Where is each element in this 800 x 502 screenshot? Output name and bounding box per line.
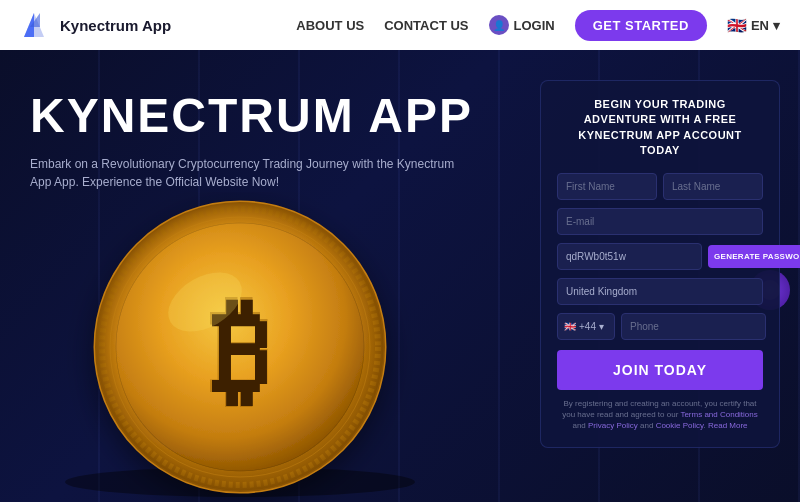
email-row [557,208,763,235]
logo[interactable]: Kynectrum App [20,9,171,41]
last-name-input[interactable] [663,173,763,200]
logo-icon [20,9,52,41]
login-label: LOGIN [514,18,555,33]
privacy-link[interactable]: Privacy Policy [588,421,638,430]
join-button[interactable]: JOIN TODAY [557,350,763,390]
email-input[interactable] [557,208,763,235]
cookie-link[interactable]: Cookie Policy [656,421,704,430]
get-started-button[interactable]: GET STARTED [575,10,707,41]
nav-contact[interactable]: CONTACT US [384,18,468,33]
phone-input[interactable] [621,313,766,340]
language-selector[interactable]: 🇬🇧 EN ▾ [727,16,780,35]
phone-prefix-selector[interactable]: 🇬🇧 +44 ▾ [557,313,615,340]
form-title: BEGIN YOUR TRADING ADVENTURE WITH A FREE… [557,97,763,159]
login-icon: 👤 [489,15,509,35]
hero-subtitle: Embark on a Revolutionary Cryptocurrency… [30,155,470,191]
generate-password-button[interactable]: GENERATE PASSWORDS [708,245,800,268]
flag-icon: 🇬🇧 [727,16,747,35]
nav-links: ABOUT US CONTACT US 👤 LOGIN GET STARTED … [296,10,780,41]
chevron-down-icon: ▾ [773,18,780,33]
phone-row: 🇬🇧 +44 ▾ [557,313,763,340]
hero-section: KYNECTRUM APP Embark on a Revolutionary … [0,50,800,502]
read-more-link[interactable]: Read More [708,421,748,430]
country-input[interactable] [557,278,763,305]
form-disclaimer: By registering and creating an account, … [557,398,763,432]
password-input[interactable] [557,243,702,270]
logo-text: Kynectrum App [60,17,171,34]
svg-point-11 [95,202,385,492]
navbar: Kynectrum App ABOUT US CONTACT US 👤 LOGI… [0,0,800,50]
hero-content: KYNECTRUM APP Embark on a Revolutionary … [30,90,473,191]
registration-form: BEGIN YOUR TRADING ADVENTURE WITH A FREE… [540,80,780,448]
hero-title: KYNECTRUM APP [30,90,473,143]
login-button[interactable]: 👤 LOGIN [489,15,555,35]
password-row: GENERATE PASSWORDS [557,243,763,270]
lang-code: EN [751,18,769,33]
first-name-input[interactable] [557,173,657,200]
nav-about[interactable]: ABOUT US [296,18,364,33]
phone-flag: 🇬🇧 [564,321,576,332]
bitcoin-coin: ₿ ₿ [40,192,490,502]
phone-prefix-label: +44 ▾ [579,321,604,332]
terms-link[interactable]: Terms and Conditions [680,410,757,419]
name-row [557,173,763,200]
